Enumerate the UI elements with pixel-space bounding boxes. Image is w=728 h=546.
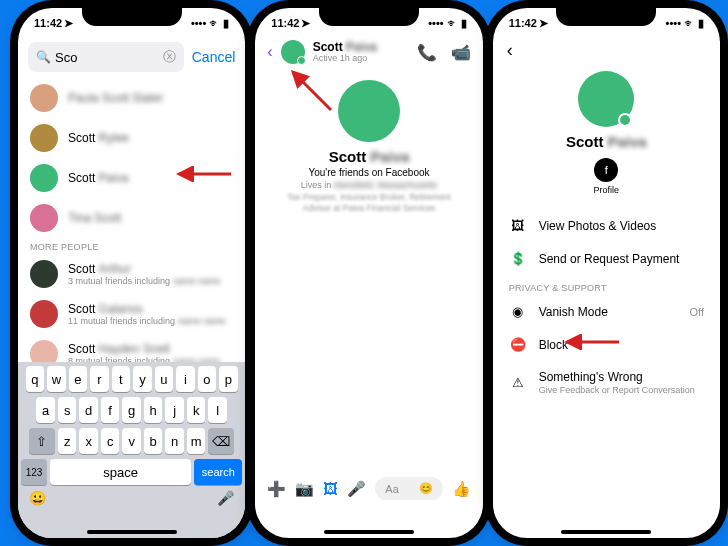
profile-options: 🖼 View Photos & Videos 💲 Send or Request… — [493, 205, 720, 408]
list-item[interactable]: ScottPaiva — [18, 158, 245, 198]
search-input[interactable]: 🔍 Sco ⓧ — [28, 42, 184, 72]
key-j[interactable]: j — [165, 397, 184, 423]
facebook-icon: f — [594, 158, 618, 182]
search-bar: 🔍 Sco ⓧ Cancel — [18, 36, 245, 78]
header-avatar[interactable] — [281, 40, 305, 64]
key-t[interactable]: t — [112, 366, 131, 392]
backspace-key[interactable]: ⌫ — [208, 428, 234, 454]
space-key[interactable]: space — [50, 459, 191, 485]
plus-icon[interactable]: ➕ — [267, 480, 286, 498]
avatar — [578, 71, 634, 127]
photos-row[interactable]: 🖼 View Photos & Videos — [493, 209, 720, 242]
message-input[interactable]: Aa😊 — [375, 477, 442, 500]
key-z[interactable]: z — [58, 428, 77, 454]
vanish-icon: ◉ — [509, 304, 527, 319]
key-y[interactable]: y — [133, 366, 152, 392]
key-w[interactable]: w — [47, 366, 66, 392]
key-m[interactable]: m — [187, 428, 206, 454]
conversation-header: ‹ ScottPaiva Active 1h ago 📞 📹 — [255, 36, 482, 68]
privacy-header: Privacy & Support — [493, 275, 720, 295]
message-input-bar: ➕ 📷 🖼 🎤 Aa😊 👍 — [255, 471, 482, 506]
avatar — [30, 124, 58, 152]
list-item[interactable]: PaulaScottSlater — [18, 78, 245, 118]
key-s[interactable]: s — [58, 397, 77, 423]
key-v[interactable]: v — [122, 428, 141, 454]
header-title-block[interactable]: ScottPaiva Active 1h ago — [313, 41, 377, 63]
call-icon[interactable]: 📞 — [417, 43, 437, 62]
block-row[interactable]: ⛔ Block — [493, 328, 720, 361]
red-arrow — [287, 66, 337, 116]
gallery-icon[interactable]: 🖼 — [323, 480, 338, 497]
signal-icon: •••• — [428, 17, 443, 29]
key-c[interactable]: c — [101, 428, 120, 454]
mic-key[interactable]: 🎤 — [217, 490, 242, 506]
location-icon: ➤ — [539, 17, 548, 30]
battery-icon: ▮ — [698, 17, 704, 30]
battery-icon: ▮ — [461, 17, 467, 30]
payment-row[interactable]: 💲 Send or Request Payment — [493, 242, 720, 275]
wifi-icon: ᯤ — [447, 17, 458, 29]
key-k[interactable]: k — [187, 397, 206, 423]
location-icon: ➤ — [301, 17, 310, 30]
key-p[interactable]: p — [219, 366, 238, 392]
profile-header: ‹ — [493, 36, 720, 65]
back-button[interactable]: ‹ — [267, 43, 272, 61]
status-time: 11:42 — [509, 17, 537, 29]
notch — [319, 8, 419, 26]
home-indicator[interactable] — [87, 530, 177, 534]
wrong-row[interactable]: ⚠ Something's WrongGive Feedback or Repo… — [493, 361, 720, 404]
svg-line-1 — [293, 72, 331, 110]
key-l[interactable]: l — [208, 397, 227, 423]
list-item[interactable]: ScottArthur 3 mutual friends includingna… — [18, 254, 245, 294]
key-h[interactable]: h — [144, 397, 163, 423]
key-r[interactable]: r — [90, 366, 109, 392]
emoji-key[interactable]: 😀 — [21, 490, 46, 506]
key-g[interactable]: g — [122, 397, 141, 423]
key-d[interactable]: d — [79, 397, 98, 423]
vanish-row[interactable]: ◉ Vanish Mode Off — [493, 295, 720, 328]
warning-icon: ⚠ — [509, 375, 527, 390]
key-a[interactable]: a — [36, 397, 55, 423]
payment-icon: 💲 — [509, 251, 527, 266]
back-button[interactable]: ‹ — [507, 40, 513, 60]
key-q[interactable]: q — [26, 366, 45, 392]
clear-icon[interactable]: ⓧ — [163, 48, 176, 66]
profile-button[interactable]: f Profile — [513, 158, 700, 195]
more-people-header: More People — [18, 238, 245, 254]
phone-screen-search: 11:42➤ ••••ᯤ▮ 🔍 Sco ⓧ Cancel PaulaScottS… — [18, 8, 245, 538]
search-key[interactable]: search — [194, 459, 242, 485]
search-icon: 🔍 — [36, 50, 51, 64]
location-icon: ➤ — [64, 17, 73, 30]
list-item[interactable]: TinaScott — [18, 198, 245, 238]
shift-key[interactable]: ⇧ — [29, 428, 55, 454]
home-indicator[interactable] — [561, 530, 651, 534]
status-time: 11:42 — [34, 17, 62, 29]
block-icon: ⛔ — [509, 337, 527, 352]
red-arrow — [563, 334, 621, 350]
phone-screen-profile: 11:42➤ ••••ᯤ▮ ‹ ScottPaiva f Profile 🖼 V… — [493, 8, 720, 538]
mic-icon[interactable]: 🎤 — [347, 480, 366, 498]
key-x[interactable]: x — [79, 428, 98, 454]
key-b[interactable]: b — [144, 428, 163, 454]
notch — [556, 8, 656, 26]
key-n[interactable]: n — [165, 428, 184, 454]
home-indicator[interactable] — [324, 530, 414, 534]
key-f[interactable]: f — [101, 397, 120, 423]
wifi-icon: ᯤ — [684, 17, 695, 29]
cancel-button[interactable]: Cancel — [192, 49, 236, 65]
key-i[interactable]: i — [176, 366, 195, 392]
wifi-icon: ᯤ — [209, 17, 220, 29]
avatar — [30, 260, 58, 288]
key-u[interactable]: u — [155, 366, 174, 392]
sticker-icon[interactable]: 😊 — [419, 482, 433, 495]
numbers-key[interactable]: 123 — [21, 459, 47, 485]
key-o[interactable]: o — [198, 366, 217, 392]
key-e[interactable]: e — [69, 366, 88, 392]
like-icon[interactable]: 👍 — [452, 480, 471, 498]
camera-icon[interactable]: 📷 — [295, 480, 314, 498]
video-icon[interactable]: 📹 — [451, 43, 471, 62]
list-item[interactable]: ScottRylee — [18, 118, 245, 158]
list-item[interactable]: ScottGalanos 11 mutual friends including… — [18, 294, 245, 334]
search-results: PaulaScottSlater ScottRylee ScottPaiva T… — [18, 78, 245, 374]
keyboard[interactable]: qwertyuiop asdfghjkl ⇧zxcvbnm⌫ 123spaces… — [18, 362, 245, 538]
